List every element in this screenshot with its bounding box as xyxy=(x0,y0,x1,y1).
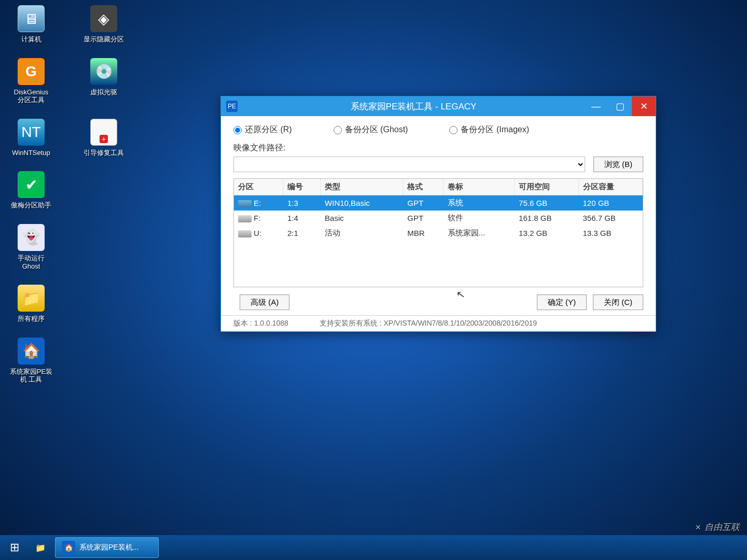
ok-button[interactable]: 确定 (Y) xyxy=(537,295,587,310)
taskbar-explorer[interactable]: 📁 xyxy=(29,537,52,558)
pe-tool-icon: 🏠 xyxy=(62,541,75,554)
winntsetup-icon: NT xyxy=(18,119,45,146)
taskbar-item-pe-tool[interactable]: 🏠 系统家园PE装机... xyxy=(55,537,159,558)
cancel-button[interactable]: 关闭 (C) xyxy=(593,295,643,310)
desktop-icon-winntsetup[interactable]: NTWinNTSetup xyxy=(5,119,57,157)
statusbar: 版本 : 1.0.0.1088 支持安装所有系统 : XP/VISTA/WIN7… xyxy=(221,315,656,331)
desktop-icon-aomei[interactable]: ✔傲梅分区助手 xyxy=(5,171,57,209)
desktop: 🖥计算机 ◈显示隐藏分区 GDiskGenius 分区工具 💿虚拟光驱 NTWi… xyxy=(5,5,130,384)
desktop-icon-show-hidden[interactable]: ◈显示隐藏分区 xyxy=(78,5,130,44)
advanced-button[interactable]: 高级 (A) xyxy=(240,295,289,310)
version-text: 版本 : 1.0.0.1088 xyxy=(233,319,288,328)
desktop-icon-boot-repair[interactable]: 引导修复工具 xyxy=(78,119,130,157)
drive-icon xyxy=(238,230,252,237)
table-header-row: 分区 编号 类型 格式 卷标 可用空间 分区容量 xyxy=(234,179,643,195)
table-row[interactable]: U:2:1活动MBR系统家园...13.2 GB13.3 GB xyxy=(234,226,643,241)
toolbox-icon xyxy=(90,119,117,146)
support-text: 支持安装所有系统 : XP/VISTA/WIN7/8/8.1/10/2003/2… xyxy=(320,319,643,328)
radio-backup-imagex[interactable]: 备份分区 (Imagex) xyxy=(449,124,529,135)
ghost-icon: 👻 xyxy=(18,224,45,251)
titlebar[interactable]: PE 系统家园PE装机工具 - LEGACY ― ▢ ✕ xyxy=(221,96,656,116)
drive-icon xyxy=(238,200,252,207)
image-path-label: 映像文件路径: xyxy=(233,143,285,153)
radio-backup-ghost[interactable]: 备份分区 (Ghost) xyxy=(334,124,408,135)
disk-icon: ◈ xyxy=(90,5,117,32)
maximize-button[interactable]: ▢ xyxy=(608,96,632,116)
pe-tool-icon: 🏠 xyxy=(18,338,45,365)
close-button[interactable]: ✕ xyxy=(632,96,656,116)
desktop-icon-diskgenius[interactable]: GDiskGenius 分区工具 xyxy=(5,58,57,104)
pe-installer-window: PE 系统家园PE装机工具 - LEGACY ― ▢ ✕ 还原分区 (R) 备份… xyxy=(220,96,656,332)
window-title: 系统家园PE装机工具 - LEGACY xyxy=(243,101,584,113)
taskbar: ⊞ 📁 🏠 系统家园PE装机... xyxy=(0,535,747,560)
diskgenius-icon: G xyxy=(18,58,45,85)
watermark: 自由互联 xyxy=(695,521,740,533)
desktop-icon-pe-tool[interactable]: 🏠系统家园PE装 机 工具 xyxy=(5,338,57,384)
folder-icon: 📁 xyxy=(18,285,45,312)
aomei-icon: ✔ xyxy=(18,171,45,198)
cd-icon: 💿 xyxy=(90,58,117,85)
image-path-select[interactable] xyxy=(233,157,585,172)
app-icon: PE xyxy=(226,101,238,112)
mode-radio-group: 还原分区 (R) 备份分区 (Ghost) 备份分区 (Imagex) xyxy=(233,124,643,135)
minimize-button[interactable]: ― xyxy=(584,96,608,116)
desktop-icon-all-programs[interactable]: 📁所有程序 xyxy=(5,285,57,323)
table-row[interactable]: E:1:3WIN10,BasicGPT系统75.6 GB120 GB xyxy=(234,195,643,211)
drive-icon xyxy=(238,215,252,222)
desktop-icon-virtual-cd[interactable]: 💿虚拟光驱 xyxy=(78,58,130,104)
partition-table[interactable]: 分区 编号 类型 格式 卷标 可用空间 分区容量 E:1:3WIN10,Basi… xyxy=(233,178,643,287)
browse-button[interactable]: 浏览 (B) xyxy=(593,157,643,172)
computer-icon: 🖥 xyxy=(18,5,45,32)
start-button[interactable]: ⊞ xyxy=(3,537,26,558)
desktop-icon-ghost[interactable]: 👻手动运行 Ghost xyxy=(5,224,57,270)
table-row[interactable]: F:1:4BasicGPT软件161.8 GB356.7 GB xyxy=(234,211,643,226)
radio-restore[interactable]: 还原分区 (R) xyxy=(233,124,292,135)
desktop-icon-computer[interactable]: 🖥计算机 xyxy=(5,5,57,44)
